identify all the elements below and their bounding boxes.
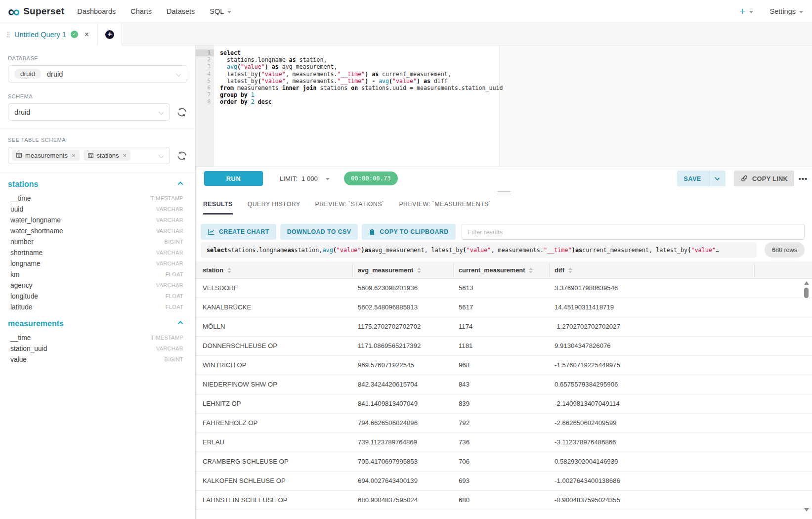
new-item-menu[interactable]: + <box>739 6 753 16</box>
nav-item-charts[interactable]: Charts <box>130 7 152 15</box>
column-type: FLOAT <box>166 304 187 310</box>
table-cell: 968 <box>459 356 470 375</box>
table-row[interactable]: VELSDORF5609.62309820193656133.376901798… <box>196 279 812 298</box>
query-preview-row: select stations.longname as station, avg… <box>201 242 805 258</box>
table-row[interactable]: DONNERSCHLEUSE OP1171.086956521739211819… <box>196 337 812 356</box>
table-cell: 0.5829302004146939 <box>555 452 618 471</box>
sql-code-editor[interactable]: 12345678 select stations.longname as sta… <box>196 45 812 167</box>
editor-code[interactable]: select stations.longname as station, avg… <box>220 49 812 106</box>
chevron-down-icon <box>227 11 231 13</box>
table-cell: 680.9004837595024 <box>358 491 418 510</box>
column-header-label: station <box>203 266 223 274</box>
table-row[interactable]: ERLAU739.1123789764869736-3.112378976486… <box>196 433 812 452</box>
table-icon <box>87 152 94 159</box>
close-tab-icon[interactable]: × <box>85 31 89 38</box>
column-header-diff[interactable]: diff <box>555 261 572 279</box>
column-name: __time <box>10 334 31 342</box>
query-preview: select stations.longname as station, avg… <box>201 242 757 258</box>
tab-results[interactable]: RESULTS <box>203 201 233 215</box>
column-type: VARCHAR <box>156 217 187 223</box>
code-line: stations.longname as station, <box>220 56 812 63</box>
settings-menu[interactable]: Settings <box>770 7 803 15</box>
results-scrollbar[interactable] <box>804 281 809 512</box>
table-name[interactable]: measurements <box>8 319 64 328</box>
tab-preview-stations[interactable]: PREVIEW: `STATIONS` <box>315 201 385 215</box>
table-name[interactable]: stations <box>8 180 38 189</box>
table-icon <box>16 152 22 159</box>
column-header-current_measurement[interactable]: current_measurement <box>459 261 533 279</box>
schema-column-row: water_longnameVARCHAR <box>8 215 187 225</box>
table-row[interactable]: LAHNSTEIN SCHLEUSE OP680.900483759502468… <box>196 491 812 510</box>
table-cell: 736 <box>459 433 470 452</box>
remove-table-icon[interactable]: × <box>72 152 76 159</box>
create-chart-button[interactable]: CREATE CHART <box>201 224 276 240</box>
copy-link-button[interactable]: COPY LINK <box>734 171 794 186</box>
chevron-up-icon[interactable] <box>177 321 183 326</box>
table-cell: 9.91304347826076 <box>555 337 611 355</box>
query-tab-title[interactable]: Untitled Query 1 <box>14 31 66 39</box>
table-pill-stations[interactable]: stations × <box>84 150 130 161</box>
tab-preview-measurements[interactable]: PREVIEW: `MEASUREMENTS` <box>399 201 491 215</box>
sort-icon[interactable] <box>227 267 231 273</box>
superset-logo[interactable]: ∞ Superset <box>8 4 64 19</box>
nav-item-dashboards[interactable]: Dashboards <box>77 7 116 15</box>
copy-to-clipboard-button[interactable]: COPY TO CLIPBOARD <box>362 224 455 240</box>
scroll-down-icon[interactable] <box>804 508 809 512</box>
header-divider <box>549 263 550 276</box>
run-button[interactable]: RUN <box>204 171 263 186</box>
download-csv-label: DOWNLOAD TO CSV <box>287 228 351 235</box>
table-select[interactable]: measurements × stations × <box>8 147 170 164</box>
divider <box>0 173 195 173</box>
column-header-station[interactable]: station <box>203 261 231 279</box>
table-cell: LAHNSTEIN SCHLEUSE OP <box>203 491 287 510</box>
schema-select[interactable]: druid <box>8 103 170 121</box>
nav-item-datasets[interactable]: Datasets <box>167 7 195 15</box>
sort-icon[interactable] <box>568 267 572 273</box>
save-button[interactable]: SAVE <box>677 171 708 186</box>
schema-table-header-measurements[interactable]: measurements <box>8 319 187 328</box>
scroll-up-icon[interactable] <box>804 281 809 285</box>
table-row[interactable]: CRAMBERG SCHLEUSE OP705.4170697995853706… <box>196 452 812 472</box>
table-pill-measurements[interactable]: measurements × <box>12 150 80 161</box>
sort-icon[interactable] <box>417 267 421 273</box>
download-csv-button[interactable]: DOWNLOAD TO CSV <box>280 224 358 240</box>
save-options-button[interactable] <box>708 171 726 186</box>
scrollbar-thumb[interactable] <box>804 288 809 298</box>
query-tab[interactable]: Untitled Query 1 ✓ × <box>0 23 97 45</box>
table-row[interactable]: KALKOFEN SCHLEUSE OP694.0027643400139693… <box>196 472 812 491</box>
table-cell: ERLAU <box>203 433 224 452</box>
table-cell: -3.112378976486866 <box>555 433 616 452</box>
table-row[interactable]: LEHNITZ OP841.1409813407049839-2.1409813… <box>196 394 812 414</box>
more-actions-button[interactable]: ••• <box>797 173 810 184</box>
column-name: shortname <box>10 249 43 257</box>
drag-handle-icon[interactable] <box>6 31 10 38</box>
filter-results-input[interactable] <box>462 224 805 240</box>
plus-icon: + <box>739 6 745 16</box>
table-row[interactable]: KANALBRÜCKE5602.548096885813561714.45190… <box>196 298 812 317</box>
header-divider <box>453 263 454 276</box>
tab-query-history[interactable]: QUERY HISTORY <box>248 201 300 215</box>
refresh-tables-icon[interactable] <box>176 150 187 161</box>
table-row[interactable]: MÖLLN1175.27027027027021174-1.2702702702… <box>196 317 812 337</box>
table-row[interactable]: WINTRICH OP969.576071922545968-1.5760719… <box>196 356 812 375</box>
column-name: agency <box>10 282 33 289</box>
nav-item-sql[interactable]: SQL <box>210 7 231 15</box>
brand-name: Superset <box>23 6 64 17</box>
refresh-schemas-icon[interactable] <box>176 107 187 118</box>
remove-table-icon[interactable]: × <box>123 152 127 159</box>
sort-icon[interactable] <box>529 267 533 273</box>
column-header-avg_measurement[interactable]: avg_measurement <box>358 261 421 279</box>
schema-column-row: uuidVARCHAR <box>8 204 187 215</box>
database-select[interactable]: druid druid <box>8 65 187 83</box>
table-cell: 0.6575579384295906 <box>555 375 618 394</box>
chevron-up-icon[interactable] <box>177 181 183 187</box>
pane-resize-handle-icon[interactable] <box>497 191 511 194</box>
table-row[interactable]: FAHRENHOLZ OP794.6626506024096792-2.6626… <box>196 414 812 433</box>
table-row[interactable]: NIEDERFINOW SHW OP842.34244206157048430.… <box>196 375 812 394</box>
new-tab-button[interactable]: + <box>105 30 114 39</box>
chevron-down-icon <box>326 178 330 180</box>
schema-column-row: longnameVARCHAR <box>8 258 187 269</box>
line-number: 3 <box>196 63 214 70</box>
limit-dropdown[interactable]: LIMIT: 1 000 <box>280 167 330 190</box>
schema-table-header-stations[interactable]: stations <box>8 180 187 189</box>
